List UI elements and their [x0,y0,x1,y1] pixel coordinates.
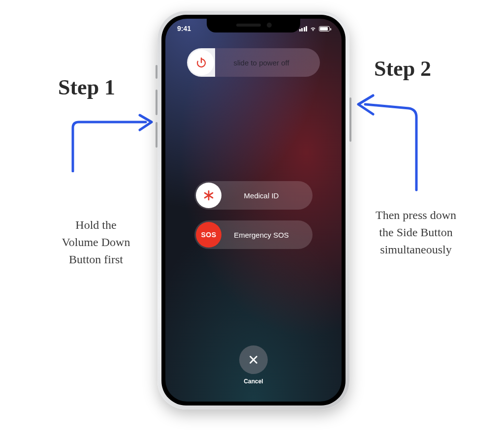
cancel-label: Cancel [239,378,268,385]
side-button [349,97,351,142]
cellular-signal-icon [299,26,308,31]
step2-arrow [353,93,427,192]
power-icon [189,50,214,75]
sos-icon: SOS [196,222,221,248]
phone-screen: 9:41 slide to power off [165,19,342,402]
emergency-sos-label: Emergency SOS [223,231,313,239]
medical-id-label: Medical ID [223,191,313,200]
wifi-icon [310,25,316,32]
step2-title: Step 2 [374,56,431,81]
step1-title: Step 1 [58,75,115,100]
step1-arrow [67,113,160,172]
power-off-slider[interactable]: slide to power off [187,48,320,77]
battery-icon [319,26,330,31]
status-time: 9:41 [177,25,191,32]
cancel-button[interactable] [239,345,268,374]
step1-description: Hold theVolume DownButton first [49,217,143,268]
close-icon [248,354,259,365]
power-off-label: slide to power off [216,59,320,67]
status-bar: 9:41 [165,24,342,33]
medical-icon [196,183,221,208]
step2-description: Then press downthe Side Buttonsimultaneo… [359,207,472,258]
medical-id-slider[interactable]: Medical ID [194,181,313,210]
emergency-sos-slider[interactable]: SOS Emergency SOS [194,220,313,249]
phone-mockup: 9:41 slide to power off [158,11,349,409]
